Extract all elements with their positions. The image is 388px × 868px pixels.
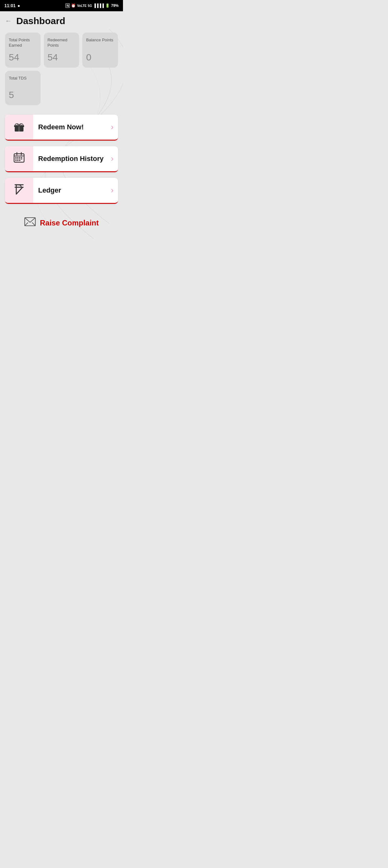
total-points-value: 54	[9, 52, 19, 63]
ledger-text-area: Ledger	[33, 178, 111, 203]
gift-icon	[13, 120, 25, 135]
stats-grid: Total Points Earned 54 Redeemed Points 5…	[5, 33, 118, 68]
history-label: Redemption History	[38, 155, 104, 163]
svg-line-24	[32, 223, 35, 226]
svg-rect-16	[21, 158, 22, 159]
total-points-card: Total Points Earned 54	[5, 33, 41, 68]
redeemed-points-card: Redeemed Points 54	[44, 33, 79, 68]
tds-label: Total TDS	[9, 76, 27, 81]
redeem-label: Redeem Now!	[38, 123, 84, 131]
balance-points-label: Balance Points	[86, 38, 113, 43]
redeem-icon-area	[5, 115, 33, 140]
redeem-now-item[interactable]: Redeem Now! ›	[5, 115, 118, 141]
total-points-label: Total Points Earned	[9, 38, 37, 48]
complaint-envelope-icon	[24, 216, 36, 229]
alarm-icon: ⏰	[71, 3, 76, 8]
balance-points-value: 0	[86, 52, 91, 63]
status-bar: 11:01 ● N ⏰ VoLTE 5G ▐▐▐▐ 🔋 79%	[0, 0, 123, 11]
battery-icon: 🔋	[105, 3, 110, 8]
svg-rect-17	[15, 160, 17, 161]
ledger-label: Ledger	[38, 186, 61, 194]
signal-dot-icon: ●	[18, 3, 20, 8]
raise-complaint-button[interactable]: Raise Complaint	[5, 216, 118, 229]
svg-rect-19	[19, 160, 20, 161]
ledger-chevron-icon: ›	[111, 178, 118, 203]
redemption-history-item[interactable]: Redemption History ›	[5, 146, 118, 172]
tds-row: Total TDS 5	[5, 71, 118, 105]
svg-rect-14	[17, 158, 19, 159]
ledger-icon-area	[5, 178, 33, 203]
total-tds-card: Total TDS 5	[5, 71, 41, 105]
complaint-label: Raise Complaint	[40, 219, 99, 227]
svg-rect-9	[15, 157, 17, 158]
signal-icon: ▐▐▐▐	[93, 3, 104, 8]
redeem-chevron-icon: ›	[111, 115, 118, 140]
redeemed-points-value: 54	[47, 52, 58, 63]
svg-rect-18	[17, 160, 19, 161]
history-chevron-icon: ›	[111, 146, 118, 171]
header: ← Dashboard	[0, 11, 123, 29]
ledger-item[interactable]: Ledger ›	[5, 178, 118, 204]
nfc-icon: N	[65, 3, 70, 8]
network-type-icon: VoLTE	[77, 4, 86, 7]
5g-icon: 5G	[88, 4, 92, 7]
time-display: 11:01	[4, 3, 15, 8]
page-title: Dashboard	[16, 16, 65, 26]
svg-rect-12	[21, 157, 22, 158]
svg-rect-15	[19, 158, 20, 159]
history-text-area: Redemption History	[33, 146, 111, 171]
svg-rect-10	[17, 157, 19, 158]
balance-points-card: Balance Points 0	[82, 33, 118, 68]
battery-level: 79%	[111, 3, 119, 8]
tds-value: 5	[9, 90, 14, 100]
calendar-icon	[13, 152, 25, 166]
redeemed-points-label: Redeemed Points	[47, 38, 76, 48]
back-button[interactable]: ←	[5, 18, 12, 24]
rupee-icon	[14, 183, 24, 197]
menu-section: Redeem Now! ›	[5, 115, 118, 204]
svg-rect-11	[19, 157, 20, 158]
status-right: N ⏰ VoLTE 5G ▐▐▐▐ 🔋 79%	[65, 3, 119, 8]
main-content: Total Points Earned 54 Redeemed Points 5…	[0, 29, 123, 239]
svg-rect-13	[15, 158, 17, 159]
redeem-text-area: Redeem Now!	[33, 115, 111, 140]
status-left: 11:01 ●	[4, 3, 20, 8]
history-icon-area	[5, 146, 33, 171]
svg-line-23	[25, 223, 28, 226]
